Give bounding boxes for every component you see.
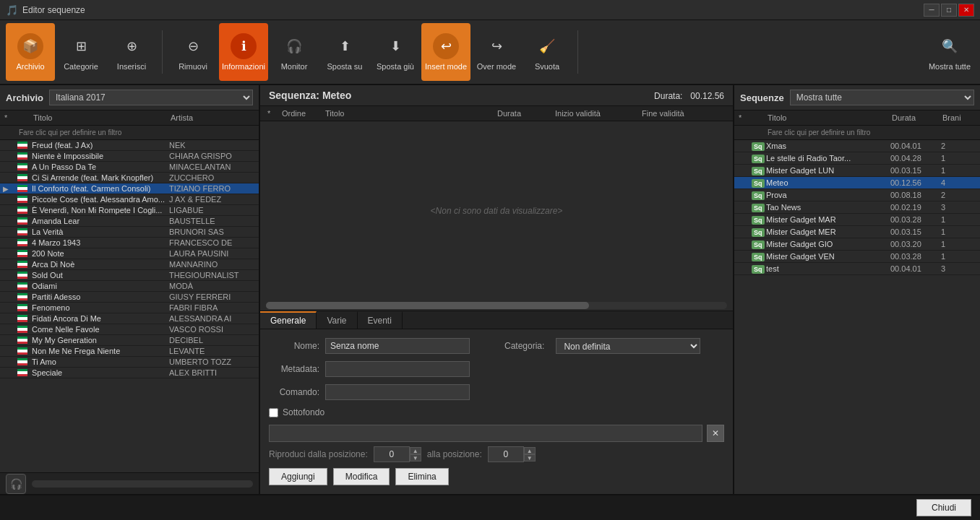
archivio-button[interactable]: 📦 Archivio <box>6 23 55 81</box>
row-artist: MANNARINO <box>169 260 256 269</box>
pos-end-input[interactable] <box>488 446 524 462</box>
categorie-button[interactable]: ⊞ Categorie <box>56 23 106 81</box>
table-row[interactable]: Ti Amo UMBERTO TOZZ <box>0 357 259 368</box>
pos-end-up[interactable]: ▲ <box>524 447 536 454</box>
metadata-label: Metadata: <box>269 364 319 374</box>
nome-input[interactable] <box>325 338 470 354</box>
categoria-label: Categoria: <box>504 341 544 351</box>
archivio-filter-row[interactable]: Fare clic qui per definire un filtro <box>0 126 259 140</box>
rimuovi-button[interactable]: ⊖ Rimuovi <box>168 23 218 81</box>
seq-row-durata: 00.04.28 <box>890 154 941 162</box>
pos-start-down[interactable]: ▼ <box>410 454 421 462</box>
categoria-select[interactable]: Non definita <box>556 338 700 354</box>
table-row[interactable]: Come Nelle Favole VASCO ROSSI <box>0 324 259 335</box>
mostra-tutte-button[interactable]: 🔍 Mostra tutte <box>925 23 974 81</box>
pos-start-input[interactable] <box>374 446 410 462</box>
comando-input[interactable] <box>325 384 470 400</box>
table-row[interactable]: Amanda Lear BAUSTELLE <box>0 216 259 227</box>
table-row[interactable]: Ci Si Arrende (feat. Mark Knopfler) ZUCC… <box>0 173 259 183</box>
seq-row-title: Mister Gadget GIO <box>766 240 890 248</box>
table-row[interactable]: 200 Note LAURA PAUSINI <box>0 248 259 259</box>
middle-panel: Sequenza: Meteo Durata: 00.12.56 * Ordin… <box>260 85 734 494</box>
sequenze-dropdown[interactable]: Mostra tutte <box>790 90 974 105</box>
archivio-table-body: Freud (feat. J Ax) NEK Niente è Impossib… <box>0 140 259 472</box>
headphones-button[interactable]: 🎧 <box>6 474 26 494</box>
monitor-button[interactable]: 🎧 Monitor <box>270 23 319 81</box>
tabs-area: Generale Varie Eventi Nome: Categoria: N… <box>260 311 733 494</box>
pos-end-down[interactable]: ▼ <box>524 454 536 462</box>
table-row[interactable]: Odiami MODÀ <box>0 281 259 292</box>
list-item[interactable]: Sq Mister Gadget MAR 00.03.28 1 <box>734 214 980 226</box>
table-row[interactable]: ▶ Il Conforto (feat. Carmen Consoli) TIZ… <box>0 183 259 194</box>
table-row[interactable]: Speciale ALEX BRITTI <box>0 368 259 378</box>
seq-row-brani: 1 <box>941 240 977 248</box>
modifica-button[interactable]: Modifica <box>333 468 390 485</box>
list-item[interactable]: Sq Le stelle di Radio Taor... 00.04.28 1 <box>734 152 980 165</box>
insert-mode-button[interactable]: ↩ Insert mode <box>421 23 470 81</box>
table-row[interactable]: A Un Passo Da Te MINACELANTAN <box>0 162 259 173</box>
sequenze-title: Sequenze <box>740 92 784 103</box>
flag-cell <box>17 142 32 149</box>
table-row[interactable]: Piccole Cose (feat. Alessandra Amo... J … <box>0 194 259 205</box>
aggiungi-button[interactable]: Aggiungi <box>269 468 327 485</box>
table-row[interactable]: Fidati Ancora Di Me ALESSANDRA AI <box>0 313 259 324</box>
table-row[interactable]: My My Generation DECIBEL <box>0 335 259 346</box>
sq-badge-cell: Sq <box>752 227 766 237</box>
list-item[interactable]: Sq Mister Gadget VEN 00.03.28 1 <box>734 251 980 263</box>
table-row[interactable]: Niente è Impossibile CHIARA GRISPO <box>0 151 259 162</box>
sequenza-title: Sequenza: Meteo <box>269 90 351 101</box>
table-row[interactable]: Non Me Ne Frega Niente LEVANTE <box>0 346 259 357</box>
sposta-giu-button[interactable]: ⬇ Sposta giù <box>371 23 420 81</box>
tab-eventi[interactable]: Eventi <box>358 311 403 329</box>
list-item[interactable]: Sq Tao News 00.02.19 3 <box>734 202 980 214</box>
row-artist: UMBERTO TOZZ <box>169 358 256 366</box>
list-item[interactable]: Sq Prova 00.08.18 2 <box>734 189 980 202</box>
table-row[interactable]: Arca Di Noè MANNARINO <box>0 259 259 270</box>
sfondo-input[interactable] <box>269 425 702 442</box>
tabs-row: Generale Varie Eventi <box>260 311 733 329</box>
tab-generale[interactable]: Generale <box>260 311 317 329</box>
metadata-input[interactable] <box>325 361 470 377</box>
close-button[interactable]: ✕ <box>958 4 974 17</box>
list-item[interactable]: Sq Mister Gadget MER 00.03.15 1 <box>734 226 980 238</box>
table-row[interactable]: 4 Marzo 1943 FRANCESCO DE <box>0 238 259 248</box>
horizontal-scrollbar[interactable] <box>32 480 253 488</box>
sfondo-clear-button[interactable]: ✕ <box>707 425 724 442</box>
informazioni-button[interactable]: ℹ Informazioni <box>219 23 268 81</box>
sottofondo-label: Sottofondo <box>283 407 324 417</box>
list-item[interactable]: Sq Mister Gadget LUN 00.03.15 1 <box>734 165 980 177</box>
sequenze-filter-row[interactable]: Fare clic qui per definire un filtro <box>734 126 980 140</box>
table-row[interactable]: Partiti Adesso GIUSY FERRERI <box>0 292 259 303</box>
sottofondo-checkbox[interactable] <box>269 408 278 417</box>
svuota-button[interactable]: 🧹 Svuota <box>523 23 572 81</box>
sposta-su-button[interactable]: ⬆ Sposta su <box>320 23 369 81</box>
tab-varie[interactable]: Varie <box>317 311 357 329</box>
table-row[interactable]: È Venerdì, Non Mi Rompete I Cogli... LIG… <box>0 205 259 216</box>
archivio-dropdown[interactable]: Italiana 2017 <box>49 90 253 105</box>
elimina-button[interactable]: Elimina <box>395 468 448 485</box>
minimize-button[interactable]: ─ <box>924 4 940 17</box>
list-item[interactable]: Sq Mister Gadget GIO 00.03.20 1 <box>734 238 980 251</box>
over-mode-button[interactable]: ↪ Over mode <box>472 23 521 81</box>
list-item[interactable]: Sq Xmas 00.04.01 2 <box>734 140 980 152</box>
svuota-label: Svuota <box>535 62 559 71</box>
row-artist: VASCO ROSSI <box>169 325 256 334</box>
chiudi-button[interactable]: Chiudi <box>916 499 971 516</box>
sq-badge-cell: Sq <box>752 178 766 188</box>
pos-start-up[interactable]: ▲ <box>410 447 421 454</box>
table-row[interactable]: Fenomeno FABRI FIBRA <box>0 303 259 313</box>
inserisci-button[interactable]: ⊕ Inserisci <box>107 23 156 81</box>
sq-badge-cell: Sq <box>752 141 766 151</box>
list-item[interactable]: Sq Meteo 00.12.56 4 <box>734 177 980 189</box>
seq-table-header: * Ordine Titolo Durata Inizio validità F… <box>260 106 733 121</box>
table-row[interactable]: La Verità BRUNORI SAS <box>0 227 259 238</box>
list-item[interactable]: Sq test 00.04.01 3 <box>734 263 980 275</box>
over-mode-icon: ↪ <box>483 33 510 59</box>
table-row[interactable]: Freud (feat. J Ax) NEK <box>0 140 259 151</box>
sequenze-table-body: Sq Xmas 00.04.01 2 Sq Le stelle di Radio… <box>734 140 980 494</box>
maximize-button[interactable]: □ <box>941 4 957 17</box>
flag-cell <box>17 239 32 246</box>
seq-horizontal-scrollbar[interactable] <box>266 302 727 309</box>
table-row[interactable]: Sold Out THEGIOURNALIST <box>0 270 259 281</box>
flag-cell <box>17 347 32 355</box>
